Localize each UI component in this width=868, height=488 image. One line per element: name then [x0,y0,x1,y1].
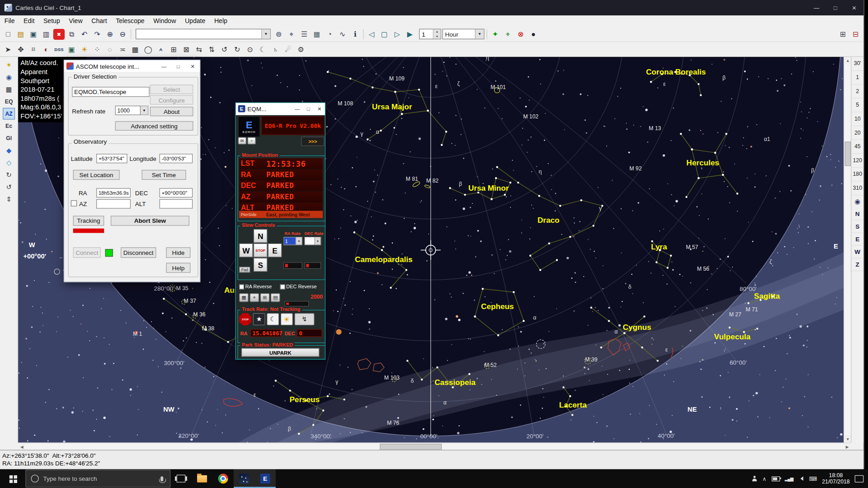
menu-window[interactable]: Window [149,17,180,26]
ra-rate-select[interactable]: 1▼ [283,237,302,245]
fov-circle-icon[interactable]: ⊙ [244,44,256,55]
clock-icon[interactable]: ◔ [324,28,335,39]
fov-preset-120[interactable]: 120 [851,154,863,168]
lunar-rate-button[interactable]: ☾ [267,313,279,325]
maximize-button[interactable]: □ [826,0,845,15]
undo-icon[interactable]: ↶ [79,28,90,39]
solar-rate-button[interactable]: ☀ [281,313,293,325]
pan-icon[interactable]: ✥ [15,44,27,55]
set-time-button[interactable]: Set Time [142,170,186,180]
constellation-lines-icon[interactable]: ≍ [117,44,128,55]
fov-preset-20[interactable]: 20 [851,126,863,140]
add-chart-icon[interactable]: ⊞ [837,28,849,39]
projection-horizon-icon[interactable]: ◇ [3,157,15,169]
track-dec-field[interactable]: 0 [297,329,322,337]
ra-rate-slider[interactable] [283,262,302,269]
coord-eq-button[interactable]: EQ [3,96,15,108]
zoom-in-icon[interactable]: ⊕ [104,28,116,39]
fov-preset-45[interactable]: 45 [851,140,863,154]
time-step-forward-icon[interactable]: ▷ [392,28,403,39]
unpark-button[interactable]: UNPARK [241,348,320,357]
network-icon[interactable]: ▂▄▆ [785,476,793,481]
driver-about-button[interactable]: About [150,107,193,116]
az-checkbox[interactable] [71,200,77,206]
visibility-icon[interactable]: ◉ [3,71,15,83]
chevron-down-icon[interactable]: ▼ [315,237,321,244]
dec-reverse-checkbox[interactable] [280,284,285,289]
coord-az-button[interactable]: AZ [3,108,15,120]
compass-z-button[interactable]: Z [851,258,863,271]
dec-field[interactable]: +90°00'00" [160,188,193,197]
battery-icon[interactable] [771,476,779,481]
park-position-icon[interactable]: ▦ [239,293,249,302]
mirror-vertical-icon[interactable]: ⇅ [206,44,218,55]
dss-image-icon[interactable]: DSS [53,44,65,55]
menu-telescope[interactable]: Telescope [111,17,149,26]
menu-setup[interactable]: Setup [39,17,64,26]
menu-edit[interactable]: Edit [19,17,39,26]
tracking-button[interactable]: Tracking [73,216,104,226]
cursor-icon[interactable]: ➤ [2,44,14,55]
comet-display-icon[interactable]: ☄ [282,44,294,55]
slew-stop-button[interactable]: STOP [254,244,268,258]
coord-ecliptic-button[interactable]: Ec [3,120,15,132]
eq-grid-icon[interactable]: ⊞ [168,44,179,55]
compass-s-button[interactable]: S [851,220,863,233]
driver-name-field[interactable]: EQMOD.Telescope [72,87,149,97]
menu-file[interactable]: File [0,17,19,26]
star-density-icon[interactable]: ⁘ [91,44,103,55]
dec-rate-slider[interactable] [304,262,321,269]
object-search-combo[interactable]: ▼ [136,29,271,39]
rotate-cw-icon[interactable]: ↻ [231,44,243,55]
horizontal-scrollbar[interactable]: ◀ ▶ [18,443,851,450]
slew-south-button[interactable]: S [254,258,268,272]
close-button[interactable]: ✕ [845,0,864,15]
spinner-down-icon[interactable]: ▼ [434,34,441,38]
time-step-back-icon[interactable]: ◁ [366,28,377,39]
fov-preset-1[interactable]: 1 [851,71,863,85]
coord-galactic-button[interactable]: Gl [3,132,15,144]
task-view-button[interactable] [170,469,192,488]
connect-button[interactable]: Connect [73,247,101,258]
taskbar-clock[interactable]: 18:08 21/07/2018 [822,472,849,485]
flip-ns-icon[interactable]: ⇕ [3,193,15,205]
file-explorer-button[interactable] [192,469,213,488]
eqmod-close-button[interactable]: ✕ [314,103,325,115]
dec-rate-select[interactable]: ▼ [304,237,321,245]
eqmod-taskbar-button[interactable]: E [255,469,276,488]
calendar-icon[interactable]: ▦ [311,28,323,39]
open-icon[interactable]: ▤ [15,28,27,39]
mirror-horizontal-icon[interactable]: ⇆ [193,44,205,55]
vscroll-thumb[interactable] [845,141,851,166]
people-icon[interactable] [752,476,757,481]
print-icon[interactable]: ▥ [40,28,52,39]
night-vision-toggle-icon[interactable]: ◐ [40,44,52,55]
time-step-unit-select[interactable]: Hour ▼ [442,29,484,39]
sync-icon[interactable]: ⌖ [250,293,259,302]
sun-display-icon[interactable]: ☀ [79,44,90,55]
rotate-ccw-icon[interactable]: ↺ [219,44,231,55]
measure-icon[interactable]: ⌗ [28,44,39,55]
hide-button[interactable]: Hide [166,247,190,258]
chrome-button[interactable] [212,469,234,488]
telescope-abort-icon[interactable]: ⊗ [515,28,527,39]
driver-select-button[interactable]: Select [150,84,193,94]
projection-zenith-icon[interactable]: ◆ [3,145,15,156]
rotate-field-cw-icon[interactable]: ↻ [3,169,15,180]
eyepiece-icon[interactable]: ◉ [851,195,863,207]
az-grid-icon[interactable]: ⊠ [180,44,192,55]
chevron-down-icon[interactable]: ▼ [141,106,148,115]
eqmod-maximize-button[interactable]: □ [303,103,314,115]
minimize-button[interactable]: — [807,0,826,15]
notification-center-icon[interactable] [855,475,864,482]
abort-slew-button[interactable]: Abort Slew [111,216,189,226]
latitude-field[interactable]: +53°37'54" [96,154,127,163]
fov-preset-30[interactable]: 30' [851,57,863,71]
guide-rate-slider[interactable] [284,301,309,306]
disconnect-button[interactable]: Disconnect [121,247,156,258]
time-step-spinner[interactable]: 1 ▲▼ [419,29,441,39]
longitude-field[interactable]: -03°00'53" [160,154,193,163]
refresh-rate-field[interactable]: 1000 [115,106,141,115]
setup-expand-button[interactable]: >>> [301,136,324,146]
az-field[interactable] [96,199,131,209]
